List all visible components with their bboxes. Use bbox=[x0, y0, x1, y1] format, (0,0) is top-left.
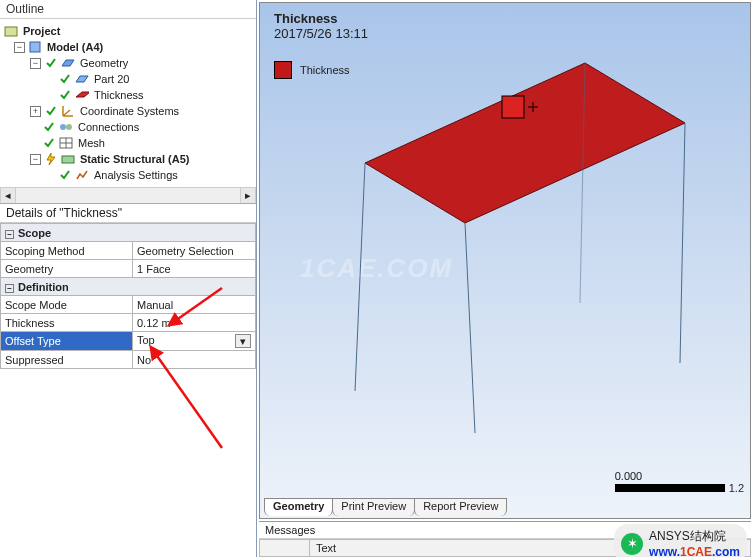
check-icon bbox=[58, 72, 72, 86]
scroll-left-icon[interactable]: ◂ bbox=[0, 188, 16, 203]
part-icon bbox=[75, 72, 89, 86]
svg-rect-5 bbox=[62, 156, 74, 163]
tree-coord[interactable]: + Coordinate Systems bbox=[4, 103, 254, 119]
dropdown-icon[interactable]: ▾ bbox=[235, 334, 251, 348]
tree-connections[interactable]: Connections bbox=[4, 119, 254, 135]
outline-hscroll[interactable]: ◂ ▸ bbox=[0, 187, 256, 203]
tree-project[interactable]: Project bbox=[4, 23, 254, 39]
geometry-render bbox=[260, 3, 750, 473]
svg-line-10 bbox=[355, 163, 365, 391]
check-icon bbox=[44, 56, 58, 70]
row-scope-mode[interactable]: Scope ModeManual bbox=[1, 296, 256, 314]
tree-thickness[interactable]: Thickness bbox=[4, 87, 254, 103]
svg-point-2 bbox=[60, 124, 66, 130]
mesh-icon bbox=[59, 136, 73, 150]
svg-rect-0 bbox=[5, 27, 17, 36]
outline-tree[interactable]: Project − Model (A4) − Geometry bbox=[0, 19, 256, 204]
svg-line-12 bbox=[680, 123, 685, 363]
check-icon bbox=[42, 120, 56, 134]
svg-marker-8 bbox=[365, 63, 685, 223]
scroll-right-icon[interactable]: ▸ bbox=[240, 188, 256, 203]
row-geometry[interactable]: Geometry1 Face bbox=[1, 260, 256, 278]
tree-static[interactable]: − Static Structural (A5) bbox=[4, 151, 254, 167]
wechat-icon: ✶ bbox=[621, 533, 643, 555]
geometry-icon bbox=[61, 56, 75, 70]
section-scope[interactable]: −Scope bbox=[1, 224, 256, 242]
row-suppressed[interactable]: SuppressedNo bbox=[1, 351, 256, 369]
axis-icon bbox=[61, 104, 75, 118]
bolt-icon bbox=[44, 152, 58, 166]
expand-icon[interactable]: − bbox=[30, 58, 41, 69]
connections-icon bbox=[59, 120, 73, 134]
details-title: Details of "Thickness" bbox=[0, 204, 256, 223]
check-icon bbox=[58, 88, 72, 102]
check-icon bbox=[58, 168, 72, 182]
tree-mesh[interactable]: Mesh bbox=[4, 135, 254, 151]
project-icon bbox=[4, 24, 18, 38]
expand-icon[interactable]: − bbox=[30, 154, 41, 165]
svg-line-11 bbox=[465, 223, 475, 433]
tab-report-preview[interactable]: Report Preview bbox=[414, 498, 507, 516]
section-definition[interactable]: −Definition bbox=[1, 278, 256, 296]
tree-part20[interactable]: Part 20 bbox=[4, 71, 254, 87]
details-pane: −Scope Scoping MethodGeometry Selection … bbox=[0, 223, 256, 557]
wechat-badge: ✶ ANSYS结构院 www.1CAE.com bbox=[614, 524, 747, 557]
svg-rect-9 bbox=[502, 96, 524, 118]
check-icon bbox=[44, 104, 58, 118]
check-icon bbox=[42, 136, 56, 150]
tab-geometry[interactable]: Geometry bbox=[264, 498, 333, 516]
svg-rect-1 bbox=[30, 42, 40, 52]
graphics-viewport[interactable]: Thickness 2017/5/26 13:11 Thickness 1CAE… bbox=[259, 2, 751, 519]
row-offset-type[interactable]: Offset Type Top▾ bbox=[1, 332, 256, 351]
model-icon bbox=[28, 40, 42, 54]
expand-icon[interactable]: − bbox=[14, 42, 25, 53]
settings-icon bbox=[75, 168, 89, 182]
tree-analysis[interactable]: Analysis Settings bbox=[4, 167, 254, 183]
outline-title: Outline bbox=[0, 0, 256, 19]
svg-point-3 bbox=[66, 124, 72, 130]
expand-icon[interactable]: + bbox=[30, 106, 41, 117]
thickness-icon bbox=[75, 88, 89, 102]
row-scoping-method[interactable]: Scoping MethodGeometry Selection bbox=[1, 242, 256, 260]
tab-print-preview[interactable]: Print Preview bbox=[332, 498, 415, 516]
tree-geometry[interactable]: − Geometry bbox=[4, 55, 254, 71]
scale-bar: 0.000 1.2 bbox=[615, 470, 744, 494]
static-icon bbox=[61, 152, 75, 166]
viewport-tabs: Geometry Print Preview Report Preview bbox=[264, 498, 506, 516]
row-thickness[interactable]: Thickness0.12 m bbox=[1, 314, 256, 332]
tree-model[interactable]: − Model (A4) bbox=[4, 39, 254, 55]
